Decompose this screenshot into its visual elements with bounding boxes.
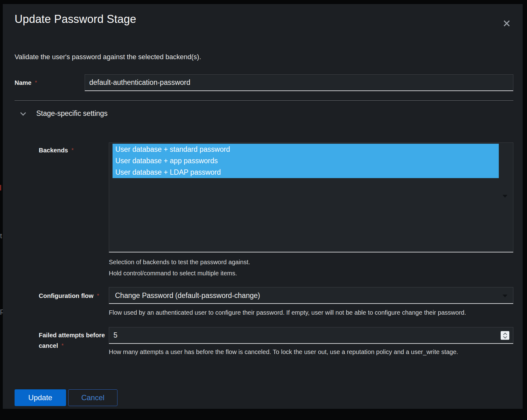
backends-label: Backends* xyxy=(39,146,74,155)
configuration-flow-select[interactable]: Change Password (default-password-change… xyxy=(109,287,513,304)
failed-attempts-label: Failed attempts before cancel* xyxy=(39,330,107,351)
cancel-button[interactable]: Cancel xyxy=(68,389,117,406)
required-asterisk: * xyxy=(72,147,74,153)
failed-attempts-field xyxy=(109,327,513,344)
stage-specific-settings-toggle[interactable]: Stage-specific settings xyxy=(18,109,108,118)
bg-red-fragment xyxy=(0,185,1,190)
failed-attempts-helper: How many attempts a user has before the … xyxy=(109,348,458,356)
close-icon xyxy=(503,19,511,28)
name-label-text: Name xyxy=(15,79,31,86)
name-input[interactable] xyxy=(85,74,513,91)
close-button[interactable] xyxy=(500,17,513,29)
section-divider xyxy=(15,100,513,101)
stage-specific-settings-title: Stage-specific settings xyxy=(36,109,108,118)
backend-option[interactable]: User database + standard password xyxy=(113,144,499,155)
update-button[interactable]: Update xyxy=(15,389,66,406)
required-asterisk: * xyxy=(35,80,37,86)
backends-helper-2: Hold control/command to select multiple … xyxy=(109,270,237,277)
name-label: Name* xyxy=(15,78,37,87)
number-spinner[interactable] xyxy=(501,331,509,340)
configuration-flow-label: Configuration flow* xyxy=(39,291,99,300)
backend-option[interactable]: User database + LDAP password xyxy=(113,167,499,178)
backends-helper-1: Selection of backends to test the passwo… xyxy=(109,259,250,266)
backend-option[interactable]: User database + app passwords xyxy=(113,155,499,167)
required-asterisk: * xyxy=(97,293,99,299)
failed-attempts-label-line2: cancel xyxy=(39,342,58,349)
select-caret-icon xyxy=(503,195,507,198)
modal-description: Validate the user's password against the… xyxy=(15,53,201,61)
backends-multiselect[interactable]: User database + standard password User d… xyxy=(109,142,513,252)
configuration-flow-value: Change Password (default-password-change… xyxy=(115,287,260,304)
backends-label-text: Backends xyxy=(39,147,68,154)
select-caret-icon xyxy=(503,295,507,297)
modal-title: Update Password Stage xyxy=(15,13,136,26)
chevron-down-icon xyxy=(20,110,26,116)
required-asterisk: * xyxy=(61,343,64,349)
failed-attempts-input[interactable] xyxy=(109,327,513,344)
failed-attempts-label-line1: Failed attempts before xyxy=(39,330,107,340)
configuration-flow-label-text: Configuration flow xyxy=(39,292,94,299)
configuration-flow-helper: Flow used by an authenticated user to co… xyxy=(109,309,466,316)
update-password-stage-modal: Update Password Stage Validate the user'… xyxy=(3,4,523,409)
